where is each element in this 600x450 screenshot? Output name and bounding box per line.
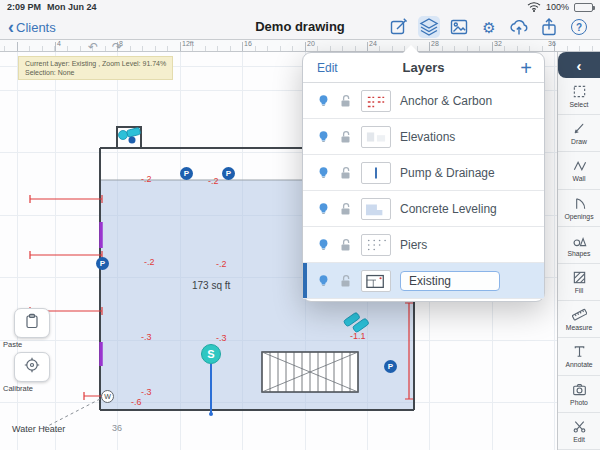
tool-label: Openings bbox=[564, 213, 593, 220]
layer-thumbnail bbox=[361, 126, 391, 148]
measurement-label: -1.1 bbox=[350, 331, 366, 341]
layer-name: Anchor & Carbon bbox=[400, 94, 492, 108]
tool-label: Photo bbox=[570, 399, 588, 406]
measurement-label: -.2 bbox=[216, 259, 227, 269]
tool-edit[interactable]: Edit bbox=[558, 413, 600, 450]
tool-fill[interactable]: Fill bbox=[558, 264, 600, 301]
ruler-tick: 4 bbox=[57, 40, 61, 47]
unlock-icon[interactable] bbox=[339, 94, 352, 108]
layer-row-elevations[interactable]: Elevations bbox=[303, 119, 544, 155]
layer-row-piers[interactable]: Piers bbox=[303, 227, 544, 263]
undo-icon[interactable]: ↶ bbox=[88, 41, 98, 53]
cloud-sync-button[interactable] bbox=[508, 16, 530, 38]
unlock-icon[interactable] bbox=[339, 130, 352, 144]
ruler-tick: 32 bbox=[494, 40, 502, 47]
app-window: 2:09 PM Mon Jun 24 100% ‹ Clients Demo d… bbox=[0, 0, 600, 450]
layers-panel: Edit Layers + Anchor & Carbon bbox=[302, 52, 545, 302]
layer-name: Concrete Leveling bbox=[400, 202, 497, 216]
unlock-icon[interactable] bbox=[339, 238, 352, 252]
battery-percent: 100% bbox=[546, 2, 569, 12]
info-line-2: Selection: None bbox=[25, 68, 166, 77]
layers-panel-title: Layers bbox=[303, 60, 544, 75]
status-info-overlay: Current Layer: Existing , Zoom Level: 91… bbox=[18, 56, 173, 80]
visibility-bulb-icon[interactable] bbox=[317, 274, 330, 288]
tool-photo[interactable]: Photo bbox=[558, 376, 600, 413]
visibility-bulb-icon[interactable] bbox=[317, 166, 330, 180]
layer-thumbnail bbox=[361, 90, 391, 112]
layer-thumbnail bbox=[361, 162, 391, 184]
tool-label: Select bbox=[570, 101, 589, 108]
calibrate-button[interactable] bbox=[14, 352, 50, 382]
water-heater-marker-w[interactable]: W bbox=[101, 390, 114, 403]
tool-label: Measure bbox=[566, 324, 592, 331]
paste-button[interactable] bbox=[14, 308, 50, 338]
calibrate-label: Calibrate bbox=[3, 384, 61, 393]
tool-openings[interactable]: Openings bbox=[558, 190, 600, 227]
target-icon bbox=[24, 357, 40, 377]
popover-arrow bbox=[403, 45, 419, 53]
tool-label: Fill bbox=[575, 287, 584, 294]
share-button[interactable] bbox=[538, 16, 560, 38]
layer-thumbnail bbox=[361, 234, 391, 256]
layer-row-anchor-carbon[interactable]: Anchor & Carbon bbox=[303, 83, 544, 119]
visibility-bulb-icon[interactable] bbox=[317, 202, 330, 216]
layer-name: Elevations bbox=[400, 130, 455, 144]
tool-label: Wall bbox=[573, 175, 586, 182]
plumbing-marker-p[interactable]: P bbox=[180, 167, 193, 180]
measurement-label: -.2 bbox=[141, 174, 152, 184]
unlock-icon[interactable] bbox=[339, 274, 352, 288]
collapse-sidebar-button[interactable]: ‹ bbox=[558, 52, 600, 78]
settings-gear-icon[interactable]: ⚙ bbox=[478, 16, 500, 38]
ruler-tick: 36 bbox=[548, 40, 556, 47]
unlock-icon[interactable] bbox=[339, 202, 352, 216]
ruler-tick: 28 bbox=[431, 40, 439, 47]
layers-panel-header: Edit Layers + bbox=[303, 53, 544, 83]
tool-label: Annotate bbox=[565, 361, 592, 368]
plumbing-marker-p[interactable]: P bbox=[96, 257, 109, 270]
tool-draw[interactable]: Draw bbox=[558, 115, 600, 152]
paste-label: Paste bbox=[3, 340, 61, 349]
tool-wall[interactable]: Wall bbox=[558, 152, 600, 189]
tool-select[interactable]: Select bbox=[558, 78, 600, 115]
add-layer-button[interactable]: + bbox=[520, 58, 532, 78]
ruler-tick: 12ft bbox=[182, 40, 194, 47]
redo-icon[interactable]: ↷ bbox=[112, 41, 122, 53]
layer-thumbnail bbox=[361, 270, 391, 292]
collapse-chevron-icon: ‹ bbox=[577, 57, 582, 74]
plumbing-marker-p[interactable]: P bbox=[384, 360, 397, 373]
ruler-tick: 20 bbox=[307, 40, 315, 47]
tool-measure[interactable]: Measure bbox=[558, 301, 600, 338]
layers-button[interactable] bbox=[418, 16, 440, 38]
measurement-label: -.2 bbox=[208, 176, 219, 186]
layer-row-concrete-leveling[interactable]: Concrete Leveling bbox=[303, 191, 544, 227]
layer-thumbnail bbox=[361, 198, 391, 220]
measurement-label: -.3 bbox=[141, 387, 152, 397]
wifi-icon bbox=[527, 1, 541, 14]
info-line-1: Current Layer: Existing , Zoom Level: 91… bbox=[25, 59, 166, 68]
compose-button[interactable] bbox=[388, 16, 410, 38]
plumbing-marker-p[interactable]: P bbox=[222, 167, 235, 180]
visibility-bulb-icon[interactable] bbox=[317, 238, 330, 252]
gear-glyph: ⚙ bbox=[482, 20, 495, 35]
tool-annotate[interactable]: Annotate bbox=[558, 338, 600, 375]
layer-row-pump-drainage[interactable]: Pump & Drainage bbox=[303, 155, 544, 191]
image-button[interactable] bbox=[448, 16, 470, 38]
measurement-label: -.2 bbox=[144, 257, 155, 267]
status-date: Mon Jun 24 bbox=[47, 2, 97, 12]
nav-bar: ‹ Clients Demo drawing ⚙ ? bbox=[0, 14, 600, 40]
visibility-bulb-icon[interactable] bbox=[317, 130, 330, 144]
visibility-bulb-icon[interactable] bbox=[317, 94, 330, 108]
sensor-marker-s[interactable]: S bbox=[201, 344, 221, 364]
measurement-label: -.6 bbox=[131, 397, 142, 407]
layer-name-field[interactable]: Existing bbox=[400, 271, 500, 291]
water-heater-label: Water Heater bbox=[12, 424, 65, 434]
help-button[interactable]: ? bbox=[568, 16, 590, 38]
tool-shapes[interactable]: Shapes bbox=[558, 227, 600, 264]
edit-layers-button[interactable]: Edit bbox=[317, 61, 338, 75]
selected-layer-accent bbox=[303, 263, 307, 298]
tool-label: Shapes bbox=[567, 250, 590, 257]
status-time: 2:09 PM bbox=[7, 2, 41, 12]
tool-label: Draw bbox=[571, 138, 587, 145]
unlock-icon[interactable] bbox=[339, 166, 352, 180]
layer-row-existing-selected[interactable]: Existing bbox=[303, 263, 544, 299]
